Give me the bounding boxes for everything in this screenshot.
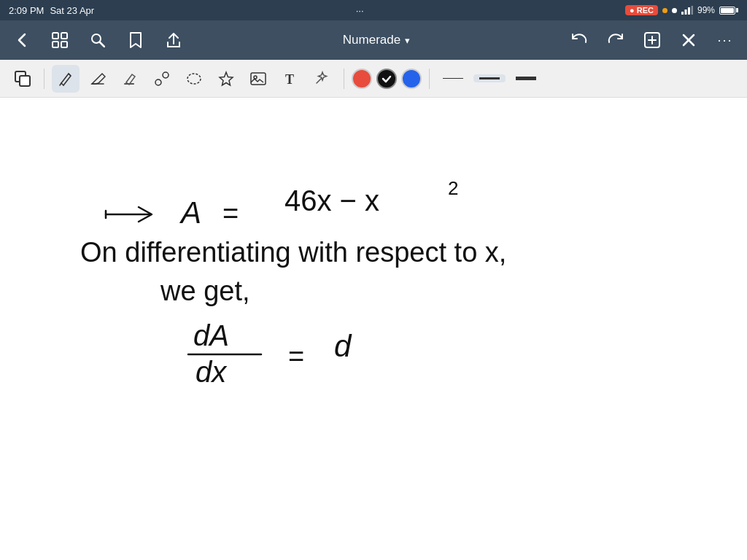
color-red-button[interactable] <box>352 69 372 89</box>
grid-view-button[interactable] <box>47 27 73 53</box>
toolbar-divider-1 <box>44 69 44 89</box>
add-page-button[interactable] <box>639 27 665 53</box>
svg-line-17 <box>69 74 71 76</box>
svg-marker-24 <box>220 72 233 85</box>
svg-rect-25 <box>251 73 266 85</box>
back-button[interactable] <box>9 27 35 53</box>
toolbar-divider-2 <box>344 69 344 89</box>
search-button[interactable] <box>85 27 111 53</box>
orange-dot-icon <box>662 8 667 13</box>
equals-sign-2: = <box>288 341 304 372</box>
svg-rect-3 <box>691 6 693 15</box>
svg-line-9 <box>100 42 104 47</box>
handwriting-canvas: A = 46x − x 2 On differentiating with re… <box>0 98 747 560</box>
arrow-symbol <box>106 207 152 222</box>
bookmark-button[interactable] <box>123 27 149 53</box>
thick-line-icon <box>516 77 536 80</box>
svg-point-21 <box>163 72 169 78</box>
toolbar-divider-3 <box>429 69 430 89</box>
equals-sign-1: = <box>222 198 239 229</box>
text-tool-button[interactable]: T <box>276 65 304 93</box>
svg-point-23 <box>187 74 201 84</box>
thin-line-icon <box>443 78 463 79</box>
redo-button[interactable] <box>603 27 629 53</box>
signal-icon <box>681 6 693 15</box>
stroke-thin-button[interactable] <box>437 75 469 82</box>
on-text: On differentiating with respect to x, <box>80 237 506 268</box>
rec-badge: ● REC <box>625 5 658 15</box>
shapes-tool-button[interactable] <box>148 65 176 93</box>
partial-d: d <box>334 329 352 363</box>
magic-tool-button[interactable] <box>309 65 336 93</box>
we-get-text: we get, <box>160 276 250 306</box>
eraser-tool-button[interactable] <box>84 65 112 93</box>
nav-bar: Numerade ▾ ··· <box>0 20 747 60</box>
close-button[interactable] <box>676 27 702 53</box>
dots-indicator: ··· <box>356 5 364 16</box>
superscript-2: 2 <box>448 177 458 199</box>
app-title: Numerade <box>343 33 400 47</box>
svg-rect-7 <box>61 42 67 47</box>
svg-rect-6 <box>53 42 58 47</box>
more-button[interactable]: ··· <box>712 27 738 53</box>
title-chevron-icon[interactable]: ▾ <box>405 35 410 46</box>
wifi-icon <box>672 8 677 13</box>
star-tool-button[interactable] <box>212 65 240 93</box>
highlight-tool-button[interactable] <box>116 65 144 93</box>
status-bar: 2:09 PM Sat 23 Apr ··· ● REC 99% <box>0 0 747 20</box>
pen-tool-button[interactable] <box>52 65 80 93</box>
formula-46x: 46x − x <box>285 184 379 217</box>
svg-rect-1 <box>684 9 686 15</box>
toolbar: T <box>0 60 747 98</box>
svg-rect-16 <box>20 76 30 86</box>
color-black-container[interactable] <box>376 69 397 89</box>
svg-line-28 <box>317 78 322 83</box>
svg-rect-2 <box>688 7 690 15</box>
color-black-button[interactable] <box>376 69 397 89</box>
letter-A: A <box>179 195 201 230</box>
date-display: Sat 23 Apr <box>50 5 94 16</box>
svg-text:T: T <box>285 72 294 87</box>
undo-button[interactable] <box>566 27 592 53</box>
dx-denominator: dx <box>196 356 228 388</box>
battery-percent: 99% <box>697 5 715 15</box>
canvas-area[interactable]: A = 46x − x 2 On differentiating with re… <box>0 98 747 560</box>
battery-icon <box>719 7 738 15</box>
svg-rect-0 <box>681 12 684 15</box>
time-display: 2:09 PM <box>9 5 44 16</box>
stroke-thick-button[interactable] <box>510 74 542 83</box>
dA-numerator: dA <box>193 319 229 351</box>
medium-line-icon <box>479 77 500 79</box>
svg-rect-4 <box>53 33 58 39</box>
svg-line-18 <box>60 83 61 85</box>
lasso-tool-button[interactable] <box>180 65 208 93</box>
color-blue-button[interactable] <box>401 69 422 89</box>
stroke-medium-button[interactable] <box>473 74 506 82</box>
image-tool-button[interactable] <box>244 65 272 93</box>
crop-tool-button[interactable] <box>9 65 36 93</box>
svg-point-22 <box>155 79 161 85</box>
svg-rect-5 <box>61 33 67 39</box>
share-button[interactable] <box>160 27 187 53</box>
